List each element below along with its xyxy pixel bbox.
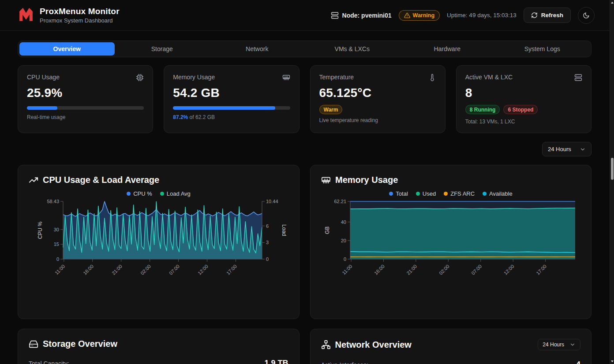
svg-text:6: 6 <box>266 223 269 229</box>
legend-item-available: Available <box>483 190 513 197</box>
cpu-load-chart-card: CPU Usage & Load Average CPU %Load Avg 0… <box>18 165 300 319</box>
memory-card-subtitle: 87.2% of 62.2 GB <box>173 114 290 120</box>
tab-bar: Overview Storage Network VMs & LXCs Hard… <box>18 41 592 57</box>
storage-overview-title-row: Storage Overview <box>29 339 117 349</box>
memory-stick-icon <box>282 74 290 82</box>
cpu-card-label: CPU Usage <box>27 74 60 81</box>
legend-dot <box>160 192 164 196</box>
proxmenux-logo-icon <box>18 6 34 25</box>
legend-item-load-avg: Load Avg <box>160 190 191 197</box>
legend-dot <box>444 192 448 196</box>
scroll-up-button[interactable] <box>610 0 614 5</box>
network-overview-card: Network Overview 24 Hours Active Interfa… <box>310 329 592 364</box>
tab-hardware[interactable]: Hardware <box>400 42 495 56</box>
legend-dot <box>483 192 487 196</box>
active-vm-count: 8 <box>465 86 582 100</box>
tab-vms-lxcs[interactable]: VMs & LXCs <box>305 42 400 56</box>
memory-stick-icon <box>321 175 331 185</box>
cpu-usage-card: CPU Usage 25.9% Real-time usage <box>18 65 153 133</box>
overview-bottom-row: Storage Overview Total Capacity: 1.9 TB … <box>18 329 592 364</box>
refresh-icon <box>531 12 538 19</box>
active-interfaces-row: Active Interfaces: 4 <box>321 360 581 364</box>
memory-chart-card: Memory Usage TotalUsedZFS ARCAvailable 0… <box>310 165 592 319</box>
vm-card-subtitle: Total: 13 VMs, 1 LXC <box>465 119 582 125</box>
storage-overview-card: Storage Overview Total Capacity: 1.9 TB <box>18 329 300 364</box>
memory-of-total: of 62.2 GB <box>188 114 215 120</box>
svg-text:GB: GB <box>324 227 330 234</box>
scroll-down-icon <box>611 360 614 362</box>
svg-text:Load: Load <box>281 224 287 236</box>
server-icon <box>331 11 339 19</box>
brand-text: ProxMenux Monitor Proxmox System Dashboa… <box>40 7 120 24</box>
main-content: Overview Storage Network VMs & LXCs Hard… <box>0 31 614 364</box>
svg-text:02:00: 02:00 <box>139 264 152 276</box>
svg-text:62.21: 62.21 <box>334 199 346 204</box>
memory-chart-legend: TotalUsedZFS ARCAvailable <box>321 190 580 197</box>
temperature-status-badge: Warm <box>319 105 343 114</box>
network-overview-title-row: Network Overview <box>321 340 412 350</box>
cpu-load-chart: 0153058.4303610.4411:0016:0021:0002:0007… <box>29 198 288 284</box>
refresh-button[interactable]: Refresh <box>524 7 571 23</box>
storage-overview-title: Storage Overview <box>43 339 117 349</box>
cpu-progress-fill <box>27 106 57 110</box>
memory-percent: 87.2% <box>173 114 188 120</box>
temperature-value: 65.125°C <box>319 86 436 100</box>
svg-text:10.44: 10.44 <box>266 199 278 204</box>
cpu-progress-bar <box>27 106 144 110</box>
memory-progress-fill <box>173 106 275 110</box>
network-icon <box>321 340 331 349</box>
time-range-select[interactable]: 24 Hours <box>542 142 592 156</box>
total-capacity-value: 1.9 TB <box>264 359 288 364</box>
server-stack-icon <box>574 74 582 82</box>
svg-text:CPU %: CPU % <box>37 222 43 239</box>
temperature-card: Temperature 65.125°C Warm Live temperatu… <box>310 65 446 133</box>
active-interfaces-value: 4 <box>576 360 580 364</box>
theme-toggle-button[interactable] <box>578 7 595 24</box>
svg-text:11:00: 11:00 <box>341 264 353 275</box>
app-title: ProxMenux Monitor <box>40 7 120 16</box>
tab-system-logs[interactable]: System Logs <box>495 42 590 56</box>
network-time-range-select[interactable]: 24 Hours <box>538 339 580 350</box>
time-range-value: 24 Hours <box>548 146 571 152</box>
uptime-text: Uptime: 49 days, 15:03:13 <box>447 12 517 19</box>
scrollbar-thumb[interactable] <box>611 158 614 180</box>
running-badge: 8 Running <box>465 105 500 114</box>
memory-chart-title-row: Memory Usage <box>321 175 580 185</box>
memory-usage-card: Memory Usage 54.2 GB 87.2% of 62.2 GB <box>164 65 299 133</box>
memory-usage-value: 54.2 GB <box>173 86 290 100</box>
scroll-down-button[interactable] <box>610 359 614 364</box>
svg-text:17:00: 17:00 <box>225 264 238 276</box>
svg-text:17:00: 17:00 <box>535 264 547 276</box>
stat-cards-row: CPU Usage 25.9% Real-time usage Memory U… <box>18 65 592 133</box>
memory-chart: 0204062.2111:0016:0021:0002:0007:0012:00… <box>321 198 580 284</box>
scrollbar[interactable] <box>610 0 614 364</box>
brand: ProxMenux Monitor Proxmox System Dashboa… <box>18 6 120 25</box>
tab-network[interactable]: Network <box>210 42 305 56</box>
cpu-chip-icon <box>136 74 144 82</box>
legend-item-used: Used <box>416 190 436 197</box>
svg-text:11:00: 11:00 <box>54 264 66 275</box>
legend-dot <box>416 192 420 196</box>
refresh-label: Refresh <box>541 12 563 19</box>
svg-text:0: 0 <box>56 256 59 262</box>
hard-drive-icon <box>29 339 38 349</box>
network-time-range-value: 24 Hours <box>543 342 564 348</box>
svg-text:07:00: 07:00 <box>470 264 483 276</box>
svg-text:3: 3 <box>266 240 269 245</box>
memory-progress-bar <box>173 106 290 110</box>
legend-dot <box>389 192 393 196</box>
warning-triangle-icon <box>404 12 410 19</box>
chart-canvas: 0153058.4303610.4411:0016:0021:0002:0007… <box>29 198 288 284</box>
scroll-up-icon <box>611 2 614 4</box>
tab-storage[interactable]: Storage <box>115 42 210 56</box>
charts-row: CPU Usage & Load Average CPU %Load Avg 0… <box>18 165 592 319</box>
network-overview-title: Network Overview <box>335 340 412 350</box>
legend-dot <box>127 192 131 196</box>
time-range-row: 24 Hours <box>18 142 592 156</box>
chart-canvas: 0204062.2111:0016:0021:0002:0007:0012:00… <box>321 198 580 284</box>
cpu-chart-legend: CPU %Load Avg <box>29 190 288 197</box>
node-label: Node: pvemini01 <box>342 12 392 19</box>
tab-overview[interactable]: Overview <box>19 42 115 56</box>
warning-badge[interactable]: Warning <box>399 10 440 21</box>
svg-text:0: 0 <box>266 256 269 262</box>
